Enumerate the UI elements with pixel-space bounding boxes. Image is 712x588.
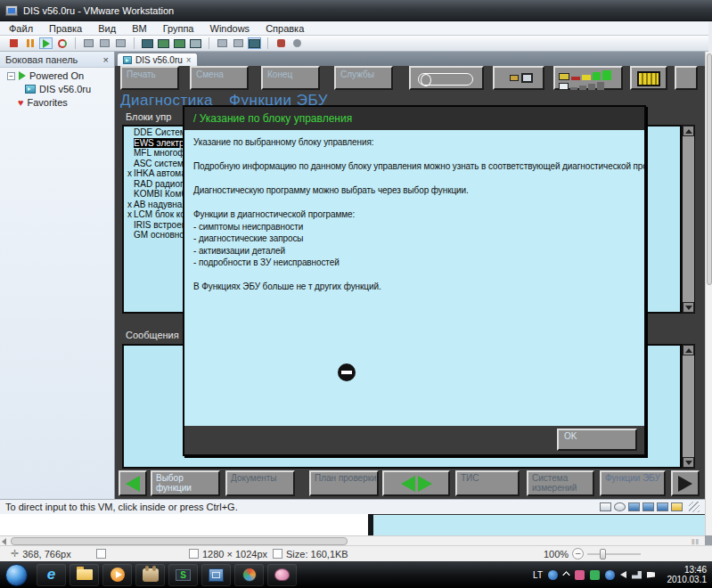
zoom-out-button[interactable]: −: [572, 548, 584, 559]
sidebar-item-powered-on[interactable]: − Powered On: [0, 68, 114, 81]
nav-back-button[interactable]: [119, 470, 147, 496]
vscroll-thumb[interactable]: [707, 53, 712, 285]
taskbar-clock[interactable]: 13:46 2010.03.1: [660, 565, 707, 584]
unity-button[interactable]: [173, 37, 186, 49]
message-log-icon[interactable]: [671, 502, 683, 511]
green-right-arrow-icon: [418, 476, 432, 492]
tree-expander-icon[interactable]: −: [7, 72, 15, 80]
zoom-slider-handle[interactable]: [600, 549, 606, 559]
media-player-icon[interactable]: [102, 564, 132, 586]
scroll-up-icon[interactable]: [683, 126, 694, 136]
title-bar[interactable]: DIS v56.0ru - VMware Workstation: [0, 0, 712, 21]
reset-button[interactable]: [55, 37, 69, 49]
nav-page-arrows-button[interactable]: [382, 470, 450, 496]
volume-icon[interactable]: [620, 571, 626, 578]
vmware-window: DIS v56.0ru - VMware Workstation Файл Пр…: [0, 0, 712, 514]
disc-burner-icon[interactable]: [234, 564, 264, 586]
cursor-position-icon: ✛: [11, 548, 19, 559]
dis-connection-status-panel: [553, 66, 623, 90]
hard-disk-icon[interactable]: [600, 502, 611, 511]
tray-app-pink-icon[interactable]: [575, 570, 585, 580]
dis-change-button[interactable]: Смена: [190, 66, 249, 90]
messages-scrollbar[interactable]: [682, 344, 695, 469]
shared-folders-button[interactable]: [274, 37, 288, 49]
input-method-icon[interactable]: [548, 570, 558, 580]
show-hidden-icons[interactable]: [562, 570, 571, 579]
power-on-button[interactable]: [39, 37, 53, 49]
nav-forward-button[interactable]: [671, 470, 700, 496]
powered-on-label: Powered On: [29, 70, 84, 81]
quick-switch-button[interactable]: [157, 37, 170, 49]
snapshot-manager-button[interactable]: [114, 37, 127, 49]
action-center-flag-icon[interactable]: [647, 572, 655, 578]
scroll-up-icon[interactable]: [683, 345, 694, 355]
viewer-vertical-scrollbar[interactable]: [705, 52, 712, 535]
vmware-workstation-icon[interactable]: [201, 564, 231, 586]
nav-tis-button[interactable]: ТИС: [455, 470, 520, 496]
ok-button[interactable]: OK: [557, 429, 637, 451]
summary-view-button[interactable]: [216, 37, 229, 49]
console-tab-button[interactable]: [248, 37, 261, 49]
menu-view[interactable]: Вид: [98, 23, 116, 34]
sidebar-item-favorites[interactable]: ♥ Favorites: [0, 94, 114, 108]
nav-documents-button[interactable]: Документы: [225, 470, 295, 496]
ecu-list-scrollbar[interactable]: [682, 125, 695, 314]
menu-team[interactable]: Группа: [163, 23, 194, 34]
scroll-down-icon[interactable]: [683, 457, 694, 468]
network-adapter-icon[interactable]: [628, 502, 640, 511]
dis-empty-button[interactable]: [675, 66, 698, 90]
appliance-view-button[interactable]: [232, 37, 245, 49]
tray-app-blue-icon[interactable]: [605, 570, 615, 580]
network-adapter-icon[interactable]: [642, 502, 654, 511]
remote-pc-icon[interactable]: S: [168, 564, 198, 586]
tab-label: DIS v56.0ru: [135, 55, 183, 65]
toolbar: [0, 36, 708, 52]
viewer-horizontal-scrollbar[interactable]: ⦀⦀: [0, 535, 705, 545]
window-title: DIS v56.0ru - VMware Workstation: [23, 5, 174, 16]
tab-dis-vm[interactable]: DIS v56.0ru ×: [117, 53, 198, 66]
nav-measurement-system-button[interactable]: Система измерений: [527, 470, 594, 496]
image-dimensions-value: 1280 × 1024px: [202, 549, 267, 559]
network-adapter-icon[interactable]: [657, 502, 668, 511]
sidebar-item-vm[interactable]: DIS v56.0ru: [0, 81, 114, 94]
nav-test-plan-button[interactable]: План проверки: [309, 470, 379, 496]
nav-function-select-button[interactable]: Выбор функции: [151, 470, 220, 496]
tab-close-icon[interactable]: ×: [186, 55, 192, 65]
suspend-button[interactable]: [23, 37, 37, 49]
dis-battery-status-button[interactable]: [409, 66, 484, 90]
internet-explorer-icon[interactable]: e: [37, 564, 66, 586]
resize-grip[interactable]: [689, 502, 700, 512]
hscroll-thumb[interactable]: [11, 537, 348, 545]
start-button[interactable]: [5, 564, 28, 586]
scheduler-button[interactable]: [291, 37, 304, 49]
power-off-button[interactable]: [7, 37, 20, 49]
menu-vm[interactable]: ВМ: [132, 23, 147, 34]
console-view-button[interactable]: [189, 37, 202, 49]
fullscreen-button[interactable]: [141, 37, 154, 49]
menu-help[interactable]: Справка: [266, 23, 304, 34]
scroll-left-icon[interactable]: [2, 538, 6, 545]
scroll-down-icon[interactable]: [683, 302, 694, 313]
vm-display[interactable]: Печать Смена Конец Службы: [115, 66, 705, 499]
menu-edit[interactable]: Правка: [49, 23, 82, 34]
dis-screen-link-button[interactable]: [493, 66, 544, 90]
sidebar-close-icon[interactable]: ×: [103, 54, 109, 65]
dis-print-button[interactable]: Печать: [120, 66, 179, 90]
nav-ecu-functions-button[interactable]: Функции ЭБУ: [600, 470, 666, 496]
dis-services-button[interactable]: Службы: [334, 66, 393, 90]
cdrom-icon[interactable]: [614, 502, 626, 511]
paint-icon[interactable]: [267, 564, 297, 586]
language-indicator[interactable]: LT: [533, 570, 543, 580]
vmware-window-icon: [5, 5, 18, 16]
network-warning-icon[interactable]: [632, 571, 642, 579]
snapshot-revert-button[interactable]: [98, 37, 111, 49]
dis-obd-plug-button[interactable]: [630, 66, 667, 90]
tray-app-green-icon[interactable]: [590, 570, 600, 580]
dis-end-button[interactable]: Конец: [261, 66, 320, 90]
snapshot-take-button[interactable]: [82, 37, 95, 49]
zoom-slider[interactable]: [587, 553, 641, 555]
windows-explorer-icon[interactable]: [70, 564, 99, 586]
emule-icon[interactable]: [135, 564, 165, 586]
menu-file[interactable]: Файл: [9, 23, 33, 34]
menu-windows[interactable]: Windows: [210, 23, 250, 34]
